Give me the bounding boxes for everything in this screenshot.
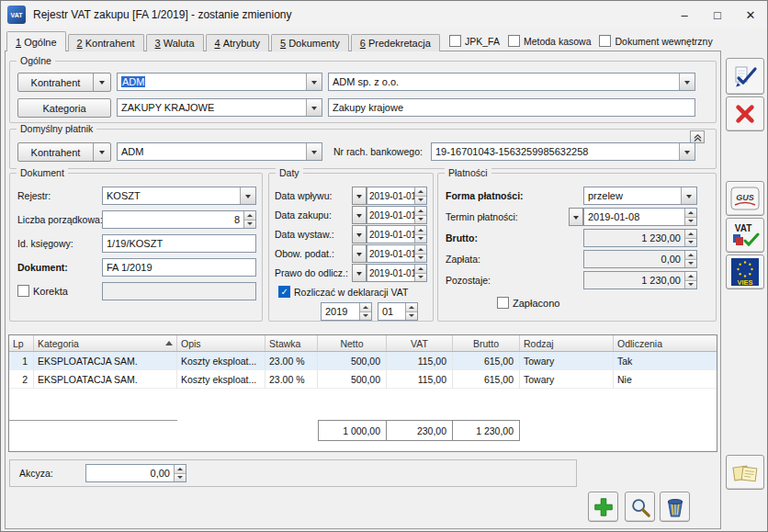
kontrahent-code-combo[interactable]: ADM <box>117 73 322 91</box>
spin-up-icon[interactable] <box>415 245 426 255</box>
spin-down-icon[interactable] <box>406 312 417 321</box>
dropdown-arrow-icon[interactable] <box>306 74 322 90</box>
korekta-checkbox[interactable] <box>17 285 29 297</box>
column-header-rodzaj[interactable]: Rodzaj <box>520 335 614 351</box>
kontrahent-name-combo[interactable]: ADM sp. z o.o. <box>328 73 695 91</box>
platnik-kontrahent-button[interactable]: Kontrahent <box>17 142 111 162</box>
dropdown-arrow-icon[interactable] <box>240 187 255 204</box>
delete-position-button[interactable] <box>660 492 690 522</box>
spin-up-icon[interactable] <box>360 303 371 312</box>
vies-button[interactable]: VIES <box>726 255 764 289</box>
close-button[interactable]: ✕ <box>734 1 767 28</box>
spin-up-icon[interactable] <box>244 211 255 221</box>
tab-kontrahent[interactable]: 2 Kontrahent <box>68 34 144 51</box>
column-header-brutto[interactable]: Brutto <box>453 335 520 351</box>
notes-button[interactable] <box>726 455 764 490</box>
spinner[interactable] <box>174 465 186 481</box>
dropdown-arrow-icon[interactable] <box>679 143 695 160</box>
column-header-netto[interactable]: Netto <box>318 335 387 351</box>
dropdown-arrow-icon[interactable] <box>681 187 696 204</box>
spin-down-icon[interactable] <box>415 274 426 282</box>
rozliczac-vat-checkbox[interactable] <box>278 286 290 298</box>
gus-button[interactable]: GUS <box>726 181 764 216</box>
kategoria-opis-field[interactable]: Zakupy krajowe <box>328 98 695 117</box>
forma-platnosci-combo[interactable]: przelew <box>583 187 697 205</box>
tab-atrybuty[interactable]: 4 Atrybuty <box>206 34 269 51</box>
add-position-button[interactable] <box>588 492 618 522</box>
akcyza-field[interactable]: 0,00 <box>85 464 186 482</box>
spinner[interactable] <box>684 209 696 225</box>
data-zakupu-field[interactable]: 2019-01-01 <box>367 206 427 224</box>
spin-up-icon[interactable] <box>406 303 417 312</box>
cancel-button[interactable] <box>726 96 764 131</box>
collapse-section-button[interactable] <box>690 130 705 143</box>
spin-up-icon[interactable] <box>685 209 696 218</box>
edit-position-button[interactable] <box>625 492 655 522</box>
data-wystawienia-field[interactable]: 2019-01-01 <box>367 225 427 243</box>
metoda-kasowa-checkbox[interactable] <box>508 35 520 47</box>
spinner[interactable] <box>414 265 426 281</box>
bank-account-combo[interactable]: 19-16701043-1563259985632258 <box>431 142 695 161</box>
dokument-number-field[interactable]: FA 1/2019 <box>102 258 256 277</box>
tab-predekretacja[interactable]: 6 Predekretacja <box>351 34 440 51</box>
spin-up-icon[interactable] <box>415 187 426 197</box>
calendar-dropdown-button[interactable] <box>352 244 367 263</box>
calendar-dropdown-button[interactable] <box>352 187 367 205</box>
dropdown-arrow-icon[interactable] <box>306 99 322 116</box>
spin-down-icon[interactable] <box>415 216 426 224</box>
column-header-vat[interactable]: VAT <box>387 335 453 351</box>
spin-down-icon[interactable] <box>244 221 255 229</box>
calendar-dropdown-button[interactable] <box>569 208 583 226</box>
table-row[interactable]: 1 EKSPLOATACJA SAM. Koszty eksploat... 2… <box>9 352 717 370</box>
calendar-dropdown-button[interactable] <box>352 225 367 243</box>
spin-up-icon[interactable] <box>175 465 186 474</box>
calendar-dropdown-button[interactable] <box>352 264 367 282</box>
tab-ogolne[interactable]: 1 Ogólne <box>6 31 66 51</box>
prawo-do-odliczenia-field[interactable]: 2019-01-01 <box>367 264 427 282</box>
spin-up-icon[interactable] <box>415 226 426 235</box>
zaplacono-checkbox[interactable] <box>497 297 509 309</box>
kategoria-code-combo[interactable]: ZAKUPY KRAJOWE <box>117 98 322 117</box>
deklaracja-rok-field[interactable]: 2019 <box>321 302 372 321</box>
liczba-porzadkowa-field[interactable]: 8 <box>102 210 256 229</box>
spinner[interactable] <box>414 245 426 262</box>
column-header-kategoria[interactable]: Kategoria <box>34 335 177 351</box>
calendar-dropdown-button[interactable] <box>352 206 367 224</box>
spin-down-icon[interactable] <box>415 197 426 205</box>
column-header-stawka[interactable]: Stawka <box>265 335 318 351</box>
spin-up-icon[interactable] <box>415 265 426 274</box>
dropdown-arrow-icon[interactable] <box>679 74 695 90</box>
column-header-odliczenia[interactable]: Odliczenia <box>614 335 718 351</box>
spin-up-icon[interactable] <box>415 207 426 216</box>
data-wplywu-field[interactable]: 2019-01-01 <box>367 187 427 205</box>
spinner[interactable] <box>359 303 371 320</box>
dropdown-arrow-icon[interactable] <box>306 143 322 160</box>
save-button[interactable] <box>726 58 764 95</box>
spinner[interactable] <box>243 211 255 228</box>
rejestr-combo[interactable]: KOSZT <box>102 187 256 205</box>
termin-platnosci-field[interactable]: 2019-01-08 <box>583 208 697 226</box>
maximize-button[interactable]: □ <box>701 1 734 28</box>
spin-down-icon[interactable] <box>360 312 371 321</box>
vat-status-button[interactable]: VAT <box>726 218 764 253</box>
kategoria-button[interactable]: Kategoria <box>17 98 111 118</box>
platnik-code-combo[interactable]: ADM <box>117 142 322 161</box>
column-header-lp[interactable]: Lp <box>9 335 34 351</box>
table-row[interactable]: 2 EKSPLOATACJA SAM. Koszty eksploat... 2… <box>9 370 717 389</box>
spinner[interactable] <box>414 187 426 204</box>
spin-down-icon[interactable] <box>175 474 186 482</box>
spinner[interactable] <box>414 207 426 223</box>
deklaracja-miesiac-field[interactable]: 01 <box>378 302 418 321</box>
spinner[interactable] <box>405 303 417 320</box>
spin-down-icon[interactable] <box>415 255 426 263</box>
jpk-fa-checkbox[interactable] <box>449 35 461 47</box>
column-header-opis[interactable]: Opis <box>177 335 265 351</box>
spin-down-icon[interactable] <box>415 235 426 243</box>
kontrahent-button[interactable]: Kontrahent <box>17 73 111 92</box>
obowiazek-podatkowy-field[interactable]: 2019-01-01 <box>367 244 427 263</box>
tab-waluta[interactable]: 3 Waluta <box>146 34 204 51</box>
kontrahent-dropdown-icon[interactable] <box>93 74 110 91</box>
platnik-kontrahent-dropdown-icon[interactable] <box>93 143 110 161</box>
dokument-wewnetrzny-checkbox[interactable] <box>599 35 611 47</box>
id-ksiegowy-field[interactable]: 1/19/KOSZT <box>102 234 256 253</box>
